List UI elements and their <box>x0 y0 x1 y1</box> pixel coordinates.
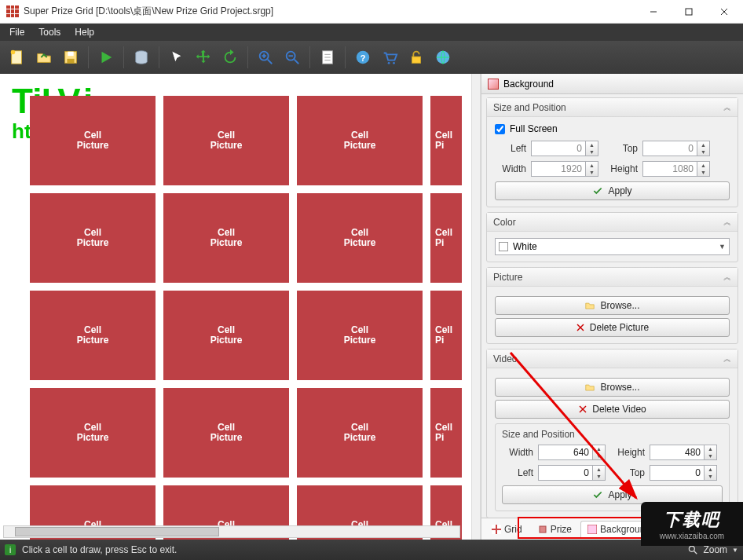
grid-cell[interactable]: CellPicture <box>30 291 156 380</box>
svg-rect-37 <box>540 526 546 533</box>
svg-rect-38 <box>587 525 597 534</box>
tab-grid[interactable]: Grid <box>485 521 529 538</box>
save-button[interactable] <box>58 45 83 70</box>
spinner-arrows[interactable]: ▲▼ <box>697 161 710 177</box>
svg-line-15 <box>295 60 299 64</box>
browse-video-button[interactable]: Browse... <box>495 378 730 397</box>
help-button[interactable]: ? <box>350 45 375 70</box>
collapse-icon[interactable]: ︽ <box>723 102 731 113</box>
menu-file[interactable]: File <box>3 25 31 39</box>
canvas[interactable]: T.i.I V....i ht CellPicture CellPicture … <box>0 74 471 540</box>
play-button[interactable] <box>93 45 119 70</box>
open-button[interactable] <box>31 45 57 70</box>
svg-rect-8 <box>67 59 74 64</box>
full-screen-label: Full Screen <box>510 123 558 134</box>
vheight-input[interactable] <box>650 445 705 460</box>
grid-cell[interactable]: CellPicture <box>163 388 289 478</box>
width-input[interactable] <box>531 161 586 177</box>
section-video: Video︽ Browse... Delete Video Size and P… <box>486 349 738 518</box>
window-title: Super Prize Grid [D:\tools\桌面\New Prize … <box>24 5 635 18</box>
grid-cell[interactable]: CellPicture <box>163 193 289 283</box>
svg-point-24 <box>393 62 395 64</box>
grid-cell[interactable]: CellPicture <box>297 388 423 478</box>
svg-line-40 <box>694 551 697 555</box>
svg-line-11 <box>268 60 273 64</box>
grid-cell[interactable]: CellPicture <box>30 388 156 478</box>
status-bar: i Click a cell to draw, press Esc to exi… <box>0 540 743 560</box>
horizontal-scrollbar[interactable] <box>3 525 460 538</box>
svg-rect-1 <box>686 9 692 15</box>
spinner-arrows[interactable]: ▲▼ <box>697 141 710 156</box>
zoom-icon <box>687 544 698 555</box>
splitter[interactable] <box>471 74 481 540</box>
section-picture: Picture︽ Browse... Delete Picture <box>486 267 738 344</box>
grid-cell[interactable]: CellPicture <box>163 96 289 185</box>
grid-cell[interactable]: CellPicture <box>163 291 289 380</box>
collapse-icon[interactable]: ︽ <box>723 217 731 228</box>
spinner-arrows[interactable]: ▲▼ <box>586 141 598 156</box>
grid-cell[interactable]: CellPi <box>430 388 462 478</box>
svg-point-5 <box>11 50 16 55</box>
badge-text: 下载吧 <box>664 508 720 532</box>
main-area: T.i.I V....i ht CellPicture CellPicture … <box>0 74 743 540</box>
grid-cell[interactable]: CellPi <box>430 96 462 185</box>
browse-picture-button[interactable]: Browse... <box>495 296 730 315</box>
background-icon <box>488 79 499 90</box>
spinner-arrows[interactable]: ▲▼ <box>593 465 606 481</box>
grid-cell[interactable]: CellPicture <box>30 193 156 283</box>
close-button[interactable] <box>706 1 741 23</box>
top-input[interactable] <box>642 141 697 156</box>
document-button[interactable] <box>315 45 340 70</box>
zoom-in-button[interactable] <box>253 45 278 70</box>
video-size-position: Size and Position Width▲▼ Height▲▼ Left▲… <box>495 423 730 511</box>
pointer-button[interactable] <box>164 45 189 70</box>
svg-rect-33 <box>492 525 496 529</box>
panel-header: Background <box>481 74 743 94</box>
grid-cell[interactable]: CellPicture <box>297 193 423 283</box>
vwidth-label: Width <box>502 447 533 458</box>
grid-cell[interactable]: CellPicture <box>297 96 423 185</box>
delete-picture-button[interactable]: Delete Picture <box>495 318 730 337</box>
apply-button[interactable]: Apply <box>495 181 730 200</box>
globe-button[interactable] <box>430 45 456 70</box>
menu-tools[interactable]: Tools <box>32 25 67 39</box>
height-input[interactable] <box>642 161 697 177</box>
grid-cell[interactable]: CellPi <box>430 193 462 283</box>
spinner-arrows[interactable]: ▲▼ <box>705 465 717 481</box>
grid-cell[interactable]: CellPicture <box>297 291 423 380</box>
delete-video-button[interactable]: Delete Video <box>495 400 730 419</box>
maximize-button[interactable] <box>671 1 706 23</box>
status-icon: i <box>5 544 16 555</box>
vtop-input[interactable] <box>650 465 705 481</box>
database-button[interactable] <box>129 45 154 70</box>
spinner-arrows[interactable]: ▲▼ <box>593 445 606 460</box>
section-title: Size and Position <box>493 102 566 113</box>
menu-help[interactable]: Help <box>68 25 101 39</box>
color-combo[interactable]: White▼ <box>495 238 730 255</box>
collapse-icon[interactable]: ︽ <box>723 272 731 283</box>
spinner-arrows[interactable]: ▲▼ <box>705 445 717 460</box>
svg-point-39 <box>690 546 695 551</box>
zoom-control[interactable]: Zoom ▼ <box>687 544 738 555</box>
minimize-button[interactable] <box>635 1 671 23</box>
collapse-icon[interactable]: ︽ <box>723 353 731 364</box>
zoom-label: Zoom <box>703 544 727 555</box>
color-swatch-icon <box>499 242 508 251</box>
unlock-button[interactable] <box>404 45 429 70</box>
zoom-out-button[interactable] <box>280 45 305 70</box>
cart-button[interactable] <box>377 45 402 70</box>
full-screen-checkbox[interactable] <box>495 124 505 134</box>
left-input[interactable] <box>531 141 586 156</box>
dropdown-icon: ▼ <box>719 243 726 251</box>
tab-prize[interactable]: Prize <box>531 521 579 538</box>
section-title: Picture <box>493 272 522 283</box>
grid-cell[interactable]: CellPicture <box>30 96 156 185</box>
vleft-input[interactable] <box>538 465 593 481</box>
move-button[interactable] <box>191 45 216 70</box>
spinner-arrows[interactable]: ▲▼ <box>586 161 598 177</box>
top-label: Top <box>606 143 638 154</box>
vwidth-input[interactable] <box>538 445 593 460</box>
grid-cell[interactable]: CellPi <box>430 291 462 380</box>
rotate-button[interactable] <box>218 45 243 70</box>
new-button[interactable] <box>5 45 30 70</box>
